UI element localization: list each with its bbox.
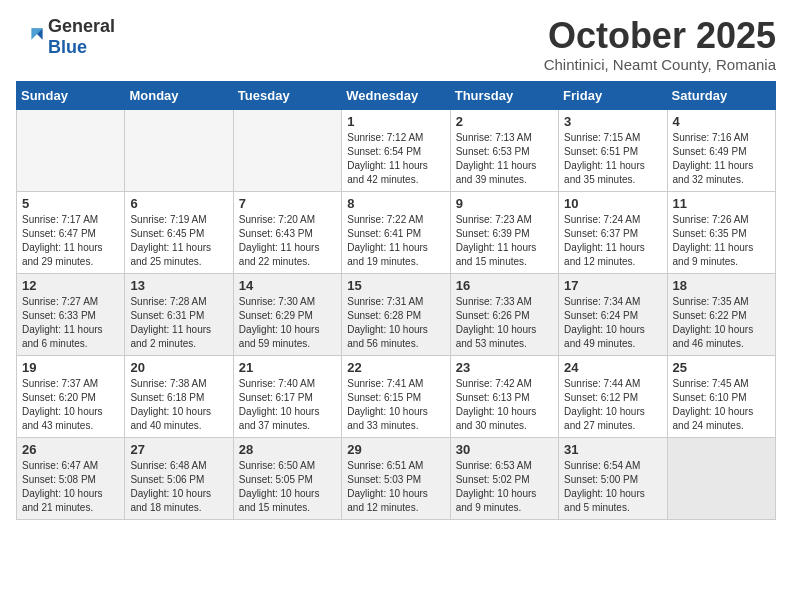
calendar-day-cell: 11Sunrise: 7:26 AMSunset: 6:35 PMDayligh…	[667, 191, 775, 273]
day-detail: Sunrise: 6:48 AMSunset: 5:06 PMDaylight:…	[130, 459, 227, 515]
day-number: 14	[239, 278, 336, 293]
day-detail: Sunrise: 7:17 AMSunset: 6:47 PMDaylight:…	[22, 213, 119, 269]
day-detail: Sunrise: 7:28 AMSunset: 6:31 PMDaylight:…	[130, 295, 227, 351]
day-number: 4	[673, 114, 770, 129]
calendar-day-cell: 26Sunrise: 6:47 AMSunset: 5:08 PMDayligh…	[17, 437, 125, 519]
calendar-day-cell: 8Sunrise: 7:22 AMSunset: 6:41 PMDaylight…	[342, 191, 450, 273]
weekday-header-saturday: Saturday	[667, 81, 775, 109]
calendar-header: SundayMondayTuesdayWednesdayThursdayFrid…	[17, 81, 776, 109]
calendar-week-row: 5Sunrise: 7:17 AMSunset: 6:47 PMDaylight…	[17, 191, 776, 273]
day-number: 26	[22, 442, 119, 457]
day-number: 11	[673, 196, 770, 211]
day-detail: Sunrise: 7:15 AMSunset: 6:51 PMDaylight:…	[564, 131, 661, 187]
calendar-day-cell: 9Sunrise: 7:23 AMSunset: 6:39 PMDaylight…	[450, 191, 558, 273]
calendar-day-cell	[233, 109, 341, 191]
day-detail: Sunrise: 7:13 AMSunset: 6:53 PMDaylight:…	[456, 131, 553, 187]
day-detail: Sunrise: 7:45 AMSunset: 6:10 PMDaylight:…	[673, 377, 770, 433]
logo-icon	[16, 23, 44, 51]
day-number: 27	[130, 442, 227, 457]
page-header: General Blue October 2025 Chintinici, Ne…	[16, 16, 776, 73]
calendar-title: October 2025	[544, 16, 776, 56]
calendar-day-cell: 1Sunrise: 7:12 AMSunset: 6:54 PMDaylight…	[342, 109, 450, 191]
day-detail: Sunrise: 6:51 AMSunset: 5:03 PMDaylight:…	[347, 459, 444, 515]
calendar-day-cell: 30Sunrise: 6:53 AMSunset: 5:02 PMDayligh…	[450, 437, 558, 519]
calendar-day-cell: 12Sunrise: 7:27 AMSunset: 6:33 PMDayligh…	[17, 273, 125, 355]
calendar-day-cell: 4Sunrise: 7:16 AMSunset: 6:49 PMDaylight…	[667, 109, 775, 191]
day-detail: Sunrise: 7:34 AMSunset: 6:24 PMDaylight:…	[564, 295, 661, 351]
day-detail: Sunrise: 7:44 AMSunset: 6:12 PMDaylight:…	[564, 377, 661, 433]
calendar-day-cell: 2Sunrise: 7:13 AMSunset: 6:53 PMDaylight…	[450, 109, 558, 191]
calendar-day-cell: 15Sunrise: 7:31 AMSunset: 6:28 PMDayligh…	[342, 273, 450, 355]
logo: General Blue	[16, 16, 115, 58]
day-number: 6	[130, 196, 227, 211]
day-number: 13	[130, 278, 227, 293]
day-number: 21	[239, 360, 336, 375]
calendar-day-cell: 3Sunrise: 7:15 AMSunset: 6:51 PMDaylight…	[559, 109, 667, 191]
day-number: 31	[564, 442, 661, 457]
calendar-day-cell: 18Sunrise: 7:35 AMSunset: 6:22 PMDayligh…	[667, 273, 775, 355]
calendar-week-row: 1Sunrise: 7:12 AMSunset: 6:54 PMDaylight…	[17, 109, 776, 191]
day-number: 10	[564, 196, 661, 211]
calendar-day-cell: 5Sunrise: 7:17 AMSunset: 6:47 PMDaylight…	[17, 191, 125, 273]
day-number: 3	[564, 114, 661, 129]
calendar-day-cell: 29Sunrise: 6:51 AMSunset: 5:03 PMDayligh…	[342, 437, 450, 519]
calendar-day-cell	[667, 437, 775, 519]
day-number: 22	[347, 360, 444, 375]
calendar-body: 1Sunrise: 7:12 AMSunset: 6:54 PMDaylight…	[17, 109, 776, 519]
day-detail: Sunrise: 7:19 AMSunset: 6:45 PMDaylight:…	[130, 213, 227, 269]
day-number: 7	[239, 196, 336, 211]
weekday-header-wednesday: Wednesday	[342, 81, 450, 109]
logo-text: General Blue	[48, 16, 115, 58]
day-number: 18	[673, 278, 770, 293]
day-detail: Sunrise: 7:23 AMSunset: 6:39 PMDaylight:…	[456, 213, 553, 269]
day-number: 20	[130, 360, 227, 375]
weekday-header-friday: Friday	[559, 81, 667, 109]
calendar-subtitle: Chintinici, Neamt County, Romania	[544, 56, 776, 73]
day-detail: Sunrise: 7:30 AMSunset: 6:29 PMDaylight:…	[239, 295, 336, 351]
calendar-week-row: 12Sunrise: 7:27 AMSunset: 6:33 PMDayligh…	[17, 273, 776, 355]
day-number: 17	[564, 278, 661, 293]
day-number: 15	[347, 278, 444, 293]
title-block: October 2025 Chintinici, Neamt County, R…	[544, 16, 776, 73]
weekday-header-monday: Monday	[125, 81, 233, 109]
day-detail: Sunrise: 6:54 AMSunset: 5:00 PMDaylight:…	[564, 459, 661, 515]
calendar-day-cell: 21Sunrise: 7:40 AMSunset: 6:17 PMDayligh…	[233, 355, 341, 437]
day-number: 1	[347, 114, 444, 129]
day-number: 5	[22, 196, 119, 211]
calendar-day-cell: 16Sunrise: 7:33 AMSunset: 6:26 PMDayligh…	[450, 273, 558, 355]
day-number: 19	[22, 360, 119, 375]
calendar-day-cell: 31Sunrise: 6:54 AMSunset: 5:00 PMDayligh…	[559, 437, 667, 519]
calendar-day-cell: 25Sunrise: 7:45 AMSunset: 6:10 PMDayligh…	[667, 355, 775, 437]
calendar-day-cell	[17, 109, 125, 191]
day-detail: Sunrise: 7:42 AMSunset: 6:13 PMDaylight:…	[456, 377, 553, 433]
day-number: 24	[564, 360, 661, 375]
calendar-day-cell: 27Sunrise: 6:48 AMSunset: 5:06 PMDayligh…	[125, 437, 233, 519]
day-number: 29	[347, 442, 444, 457]
day-detail: Sunrise: 7:16 AMSunset: 6:49 PMDaylight:…	[673, 131, 770, 187]
day-detail: Sunrise: 7:22 AMSunset: 6:41 PMDaylight:…	[347, 213, 444, 269]
day-number: 28	[239, 442, 336, 457]
day-number: 25	[673, 360, 770, 375]
calendar-day-cell: 24Sunrise: 7:44 AMSunset: 6:12 PMDayligh…	[559, 355, 667, 437]
day-detail: Sunrise: 7:20 AMSunset: 6:43 PMDaylight:…	[239, 213, 336, 269]
day-detail: Sunrise: 7:12 AMSunset: 6:54 PMDaylight:…	[347, 131, 444, 187]
weekday-header-sunday: Sunday	[17, 81, 125, 109]
weekday-header-thursday: Thursday	[450, 81, 558, 109]
day-detail: Sunrise: 7:27 AMSunset: 6:33 PMDaylight:…	[22, 295, 119, 351]
calendar-day-cell: 14Sunrise: 7:30 AMSunset: 6:29 PMDayligh…	[233, 273, 341, 355]
weekday-header-tuesday: Tuesday	[233, 81, 341, 109]
calendar-day-cell: 22Sunrise: 7:41 AMSunset: 6:15 PMDayligh…	[342, 355, 450, 437]
calendar-day-cell: 23Sunrise: 7:42 AMSunset: 6:13 PMDayligh…	[450, 355, 558, 437]
calendar-table: SundayMondayTuesdayWednesdayThursdayFrid…	[16, 81, 776, 520]
day-detail: Sunrise: 7:26 AMSunset: 6:35 PMDaylight:…	[673, 213, 770, 269]
weekday-header-row: SundayMondayTuesdayWednesdayThursdayFrid…	[17, 81, 776, 109]
day-detail: Sunrise: 7:24 AMSunset: 6:37 PMDaylight:…	[564, 213, 661, 269]
logo-blue: Blue	[48, 37, 87, 57]
day-number: 2	[456, 114, 553, 129]
calendar-day-cell: 10Sunrise: 7:24 AMSunset: 6:37 PMDayligh…	[559, 191, 667, 273]
day-number: 30	[456, 442, 553, 457]
day-detail: Sunrise: 7:35 AMSunset: 6:22 PMDaylight:…	[673, 295, 770, 351]
calendar-day-cell: 17Sunrise: 7:34 AMSunset: 6:24 PMDayligh…	[559, 273, 667, 355]
day-detail: Sunrise: 6:53 AMSunset: 5:02 PMDaylight:…	[456, 459, 553, 515]
day-number: 12	[22, 278, 119, 293]
